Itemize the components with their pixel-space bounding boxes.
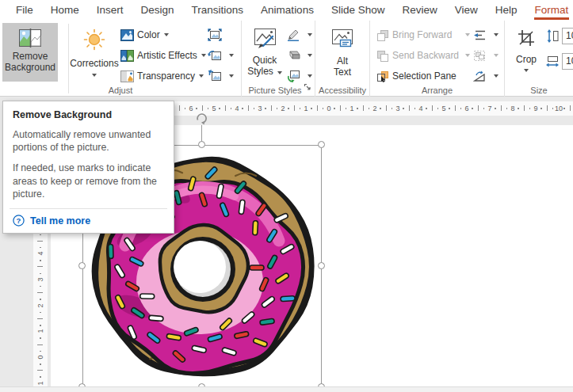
adjust-group-label: Adjust	[0, 86, 241, 95]
align-icon	[473, 29, 487, 41]
picture-border-button[interactable]	[287, 27, 312, 43]
compress-pictures-icon	[208, 29, 222, 41]
menu-tab-design[interactable]: Design	[132, 1, 183, 20]
picture-layout-caret	[308, 74, 312, 78]
alt-text-icon	[330, 29, 354, 51]
ruler-tick	[40, 351, 41, 352]
send-backward-button[interactable]: Send Backward	[376, 48, 470, 63]
arrange-group-label: Arrange	[370, 86, 504, 95]
menu-tab-insert[interactable]: Insert	[88, 1, 132, 20]
ruler-tick	[518, 108, 519, 109]
selection-handle[interactable]	[78, 262, 86, 269]
group-objects-icon	[473, 50, 487, 62]
transparency-caret	[199, 74, 204, 78]
remove-background-icon	[18, 28, 42, 51]
tell-me-more-link[interactable]: ? Tell me more	[13, 215, 164, 226]
ruler-tick	[432, 105, 433, 111]
reset-picture-caret	[229, 74, 234, 78]
menu-tab-transitions[interactable]: Transitions	[183, 1, 253, 20]
group-objects-caret	[494, 54, 499, 57]
vruler-number: 2	[36, 302, 44, 310]
ruler-tick	[40, 247, 41, 249]
picture-effects-button[interactable]	[287, 48, 312, 63]
menu-tab-help[interactable]: Help	[487, 1, 526, 20]
ruler-tick	[208, 108, 209, 109]
reset-picture-button[interactable]	[208, 68, 234, 84]
selection-pane-button[interactable]: Selection Pane	[376, 68, 456, 84]
horizontal-scrollbar[interactable]	[0, 386, 573, 392]
ruler-tick	[570, 105, 571, 111]
ruler-tick	[40, 273, 41, 275]
remove-background-button[interactable]: Remove Background	[2, 23, 58, 82]
hruler-number: 5	[440, 105, 448, 112]
quick-styles-button[interactable]: Quick Styles	[246, 24, 284, 77]
ruler-tick	[386, 105, 387, 111]
ruler-tick	[380, 108, 381, 109]
tooltip-divider	[10, 208, 167, 209]
quick-styles-label-line1: Quick	[253, 55, 277, 66]
group-arrange: Bring Forward Send Backward Selecti	[370, 21, 505, 97]
reset-picture-icon	[208, 70, 222, 82]
menu-tab-file[interactable]: File	[7, 1, 42, 20]
hruler-number: 2	[279, 105, 287, 112]
ruler-tick	[369, 108, 370, 109]
menu-tab-home[interactable]: Home	[42, 1, 88, 20]
alt-text-button[interactable]: Alt Text	[327, 24, 358, 78]
picture-styles-group-label: Picture Styles	[242, 86, 308, 95]
compress-pictures-button[interactable]	[208, 27, 225, 43]
vruler-number: 3	[36, 276, 44, 284]
ruler-tick	[231, 108, 232, 109]
change-picture-button[interactable]	[208, 48, 234, 63]
group-size: Crop 10 1	[505, 21, 573, 97]
ruler-tick	[478, 105, 479, 111]
align-button[interactable]	[473, 27, 499, 43]
ruler-tick	[37, 318, 43, 319]
corrections-caret	[92, 74, 97, 77]
selection-pane-label: Selection Pane	[392, 70, 456, 82]
menu-tab-view[interactable]: View	[446, 1, 487, 20]
ruler-tick	[317, 105, 318, 111]
crop-button[interactable]: Crop	[510, 24, 543, 72]
color-button[interactable]: Color	[120, 27, 169, 43]
menu-tab-animations[interactable]: Animations	[252, 1, 323, 20]
ruler-tick	[37, 370, 43, 371]
ruler-tick	[40, 363, 41, 365]
picture-effects-icon	[287, 50, 300, 61]
rotate-handle[interactable]	[195, 112, 208, 128]
hruler-number: 6	[187, 105, 195, 112]
corrections-label: Corrections	[70, 58, 118, 69]
picture-border-icon	[287, 29, 300, 41]
menu-tab-review[interactable]: Review	[393, 1, 445, 20]
artistic-effects-caret	[201, 54, 206, 57]
artistic-effects-icon	[120, 50, 134, 62]
ruler-tick	[392, 108, 393, 109]
height-field[interactable]: 10	[562, 28, 573, 44]
selection-handle[interactable]	[318, 262, 325, 269]
bring-forward-button[interactable]: Bring Forward	[376, 27, 470, 43]
selection-handle[interactable]	[198, 141, 205, 148]
ruler-tick	[265, 108, 266, 109]
corrections-button[interactable]: Corrections	[71, 24, 117, 77]
ruler-tick	[541, 108, 542, 109]
width-field[interactable]: 10	[562, 53, 573, 70]
menu-tab-slide-show[interactable]: Slide Show	[323, 1, 394, 20]
hruler-number: 8	[509, 105, 517, 112]
hruler-number: 1	[302, 105, 310, 112]
shape-height-icon	[546, 29, 559, 43]
ruler-tick	[37, 292, 43, 293]
menu-tab-format[interactable]: Format	[526, 1, 573, 20]
ruler-tick	[185, 108, 186, 109]
group-picture-styles: Quick Styles	[242, 21, 315, 97]
crop-label: Crop	[516, 54, 537, 65]
ruler-tick	[340, 105, 341, 111]
hruler-number: 10	[555, 105, 563, 112]
ruler-tick	[37, 266, 43, 267]
bring-forward-label: Bring Forward	[392, 29, 452, 40]
color-caret	[164, 33, 169, 36]
hruler-number: 3	[256, 105, 264, 112]
group-objects-button[interactable]	[473, 48, 499, 63]
transparency-button[interactable]: Transparency	[120, 68, 204, 84]
rotate-button[interactable]	[473, 68, 499, 84]
selection-handle[interactable]	[318, 141, 325, 148]
artistic-effects-button[interactable]: Artistic Effects	[120, 48, 206, 63]
